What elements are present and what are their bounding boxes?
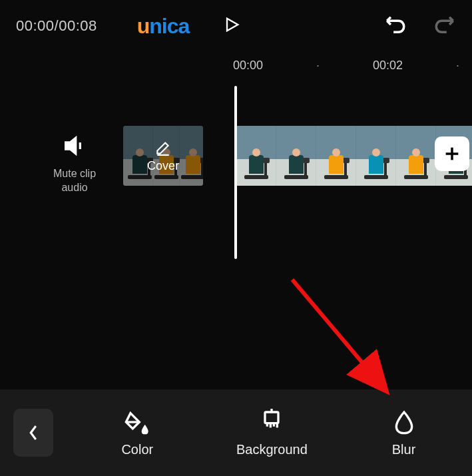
- paint-bucket-icon: [124, 409, 150, 435]
- tool-items: Color Background Blur: [80, 409, 459, 457]
- logo-letter-i: i: [162, 14, 167, 39]
- playhead[interactable]: [234, 86, 237, 259]
- clip-frame: [316, 126, 356, 186]
- time-display: 00:00/00:08: [16, 17, 97, 35]
- cover-label: Cover: [147, 159, 179, 173]
- undo-icon: [384, 13, 407, 36]
- redo-icon: [433, 13, 456, 36]
- clip-frame: [396, 126, 436, 186]
- logo: unica: [137, 14, 190, 39]
- add-clip-button[interactable]: [435, 136, 469, 171]
- color-tool[interactable]: Color: [121, 409, 153, 457]
- play-button[interactable]: [222, 15, 241, 37]
- top-bar: 00:00/00:08 unica: [0, 0, 472, 52]
- redo-button[interactable]: [433, 13, 456, 39]
- color-label: Color: [121, 442, 153, 457]
- timeline-area: Mute clip audio: [0, 99, 472, 299]
- logo-letter-a: a: [178, 14, 190, 39]
- brush-icon: [258, 409, 285, 435]
- logo-letter-n: n: [149, 14, 162, 39]
- mute-label-line1: Mute clip: [53, 167, 96, 181]
- time-total: 00:08: [59, 17, 97, 34]
- ruler-time-1: 00:00: [233, 59, 263, 73]
- clip-frame: [356, 126, 396, 186]
- cover-thumbnail[interactable]: Cover: [123, 126, 203, 186]
- mute-label: Mute clip audio: [53, 167, 96, 195]
- logo-letter-c: c: [167, 14, 178, 39]
- blur-label: Blur: [392, 442, 416, 457]
- background-label: Background: [236, 442, 308, 457]
- mute-clip-audio-button[interactable]: Mute clip audio: [53, 132, 96, 195]
- annotation-arrow: [286, 273, 405, 406]
- plus-icon: [443, 144, 461, 163]
- chevron-left-icon: [27, 423, 39, 443]
- background-tool[interactable]: Background: [236, 409, 308, 457]
- timeline-ruler[interactable]: 00:00 · 00:02 ·: [0, 52, 472, 79]
- logo-letter-u: u: [137, 14, 150, 39]
- droplet-icon: [391, 409, 417, 435]
- undo-button[interactable]: [384, 13, 407, 39]
- clip-frame: [236, 126, 276, 186]
- speaker-icon: [61, 132, 88, 159]
- svg-line-5: [292, 280, 382, 386]
- svg-rect-6: [265, 412, 278, 423]
- top-right-controls: [384, 13, 456, 39]
- ruler-tick: ·: [456, 59, 459, 73]
- play-icon: [222, 15, 241, 34]
- ruler-time-2: 00:02: [373, 59, 403, 73]
- edit-icon: [154, 139, 172, 156]
- mute-label-line2: audio: [53, 181, 96, 195]
- time-current: 00:00: [16, 17, 55, 34]
- blur-tool[interactable]: Blur: [391, 409, 417, 457]
- back-button[interactable]: [13, 409, 53, 457]
- ruler-tick: ·: [316, 59, 320, 73]
- clip-frame: [276, 126, 316, 186]
